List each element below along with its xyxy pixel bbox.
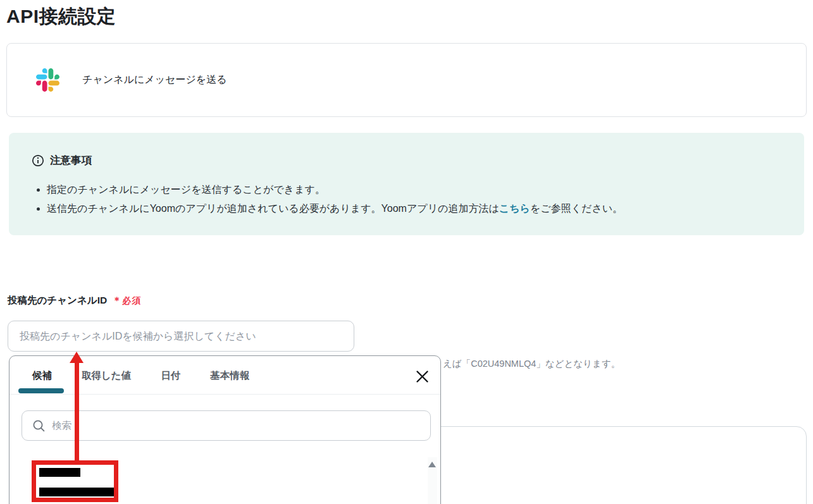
slack-logo-icon bbox=[36, 68, 59, 92]
page-title: API接続設定 bbox=[6, 4, 116, 30]
channel-id-input[interactable] bbox=[8, 321, 354, 352]
required-badge: ＊必須 bbox=[112, 295, 141, 307]
picker-tab-bar: 候補 取得した値 日付 基本情報 bbox=[32, 369, 249, 383]
channel-picker-panel: 候補 取得した値 日付 基本情報 bbox=[9, 355, 441, 504]
field-label-row: 投稿先のチャンネルID ＊必須 bbox=[8, 294, 141, 307]
required-text: 必須 bbox=[122, 295, 141, 305]
notice-item: 指定のチャンネルにメッセージを送信することができます。 bbox=[47, 181, 781, 198]
channel-option-redacted[interactable] bbox=[39, 468, 80, 477]
search-input[interactable] bbox=[52, 420, 430, 431]
tab-shutoku-shita-atai[interactable]: 取得した値 bbox=[82, 369, 131, 383]
search-icon bbox=[32, 419, 46, 433]
kochira-link[interactable]: こちら bbox=[499, 203, 530, 214]
action-card-label: チャンネルにメッセージを送る bbox=[82, 73, 227, 87]
tab-hizuke[interactable]: 日付 bbox=[161, 369, 180, 383]
notice-title: 注意事項 bbox=[50, 154, 92, 168]
notice-header: 注意事項 bbox=[32, 154, 781, 168]
active-tab-underline bbox=[18, 388, 64, 393]
notice-item-text: 指定のチャンネルにメッセージを送信することができます。 bbox=[47, 184, 325, 195]
field-label: 投稿先のチャンネルID bbox=[8, 294, 107, 307]
required-asterisk: ＊ bbox=[112, 295, 122, 305]
tab-divider bbox=[9, 394, 440, 395]
notice-item: 送信先のチャンネルにYoomのアプリが追加されている必要があります。Yoomアプ… bbox=[47, 200, 781, 217]
search-box bbox=[22, 410, 431, 441]
notice-item-text: 送信先のチャンネルにYoomのアプリが追加されている必要があります。Yoomアプ… bbox=[47, 203, 499, 214]
redacted-text-bar bbox=[39, 468, 80, 477]
tab-kouho[interactable]: 候補 bbox=[32, 369, 52, 383]
tab-kihon-jouhou[interactable]: 基本情報 bbox=[210, 369, 249, 383]
field-helper-text: えば「C02U49NMLQ4」などとなります。 bbox=[443, 358, 620, 370]
notice-box: 注意事項 指定のチャンネルにメッセージを送信することができます。 送信先のチャン… bbox=[9, 133, 804, 235]
redacted-text-bar bbox=[39, 488, 114, 496]
action-card: チャンネルにメッセージを送る bbox=[6, 43, 807, 117]
scroll-up-icon[interactable] bbox=[428, 462, 436, 467]
channel-option-redacted[interactable] bbox=[39, 488, 114, 496]
close-icon[interactable] bbox=[413, 367, 431, 385]
notice-item-text: をご参照ください。 bbox=[530, 203, 623, 214]
scrollbar[interactable] bbox=[428, 457, 437, 504]
notice-list: 指定のチャンネルにメッセージを送信することができます。 送信先のチャンネルにYo… bbox=[34, 181, 781, 217]
info-circle-icon bbox=[32, 154, 44, 167]
